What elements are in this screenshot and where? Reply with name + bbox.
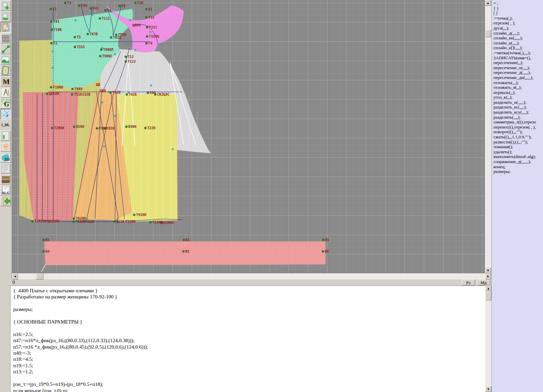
command-item[interactable]: угол_к(,,); <box>493 95 543 100</box>
point-label: Т01Н <box>106 126 114 130</box>
edge-marker <box>114 115 116 117</box>
text-doc-button[interactable] <box>0 163 11 174</box>
point-marker <box>114 221 115 222</box>
point-label: Т22Н <box>147 126 155 130</box>
command-item[interactable]: разделить_ксу(,,,,); <box>493 110 543 115</box>
point-marker <box>50 86 52 88</box>
command-item[interactable]: :=точка(,); <box>493 16 543 21</box>
letter-g-button[interactable]: G <box>0 98 11 109</box>
exit-button[interactable] <box>0 196 11 206</box>
command-item[interactable]: развести((),(),,,""); <box>493 140 543 145</box>
command-item[interactable]: перенос((),отрезок( , ), <box>493 125 543 130</box>
command-item[interactable]: отложить_в(,,); <box>493 85 543 90</box>
point-marker <box>105 9 106 11</box>
photo-button[interactable] <box>0 141 11 152</box>
editor-vertical-scrollbar[interactable]: ▲ ▼ <box>485 286 491 392</box>
point-label: Т87В <box>90 32 98 36</box>
alg-doc-button[interactable]: ALG <box>0 185 11 195</box>
editor-line: рзн_т:=(рз_19*0.5+п19)-(рз_18*0.5+п18); <box>13 381 485 387</box>
command-item[interactable]: пересечение(,,); <box>493 60 543 65</box>
blueprint-button[interactable]: 8 <box>0 109 11 119</box>
command-item[interactable]: сопряжение_д(,,,,,,); <box>493 159 543 164</box>
point-label: Т41 <box>93 6 99 10</box>
command-item[interactable]: разделить_кс(,,,,); <box>493 105 543 110</box>
scroll-thumb[interactable] <box>485 292 491 300</box>
command-item[interactable]: отрезок( , ); <box>493 21 543 26</box>
scroll-left-arrow[interactable]: ◀ <box>12 273 18 279</box>
sheet-preview-button[interactable] <box>0 22 11 33</box>
point-label: Т01 <box>53 20 59 23</box>
table-button[interactable] <box>0 131 11 141</box>
command-item[interactable]: сплайн_к[](,,,,); <box>493 45 543 51</box>
pattern-sheet-button[interactable] <box>0 65 11 76</box>
3d-button[interactable]: 3D <box>0 152 11 163</box>
scroll-down-arrow[interactable]: ▼ <box>485 268 491 273</box>
scroll-down-arrow[interactable]: ▼ <box>485 386 491 392</box>
code-editor[interactable]: { 4400 Платье с открытыми плечами }{ Раз… <box>10 286 485 392</box>
image-button[interactable] <box>0 55 11 65</box>
point-marker <box>125 56 127 58</box>
rz-button[interactable]: Рз <box>462 280 475 286</box>
point-label: Т90БП <box>103 48 113 52</box>
scroll-thumb[interactable] <box>36 273 43 279</box>
command-item[interactable]: [ ] <box>493 11 543 16</box>
command-item[interactable]: пересечение_д(,,,,,); <box>493 70 543 75</box>
drafting-tools-icon <box>1 88 11 97</box>
command-item[interactable]: дуга(,,,); <box>493 26 543 31</box>
point-marker <box>99 55 101 57</box>
command-item[interactable]: { } <box>493 6 543 11</box>
command-item[interactable]: сплайн_д(,,,,); <box>493 31 543 36</box>
point-label: В5 <box>325 238 329 242</box>
command-item[interactable]: сжать((),,,1.1,0.9,""); <box>493 135 543 140</box>
scroll-up-arrow[interactable]: ▲ <box>485 286 491 291</box>
segment-tool-button[interactable] <box>0 44 11 54</box>
edge-marker <box>108 92 110 93</box>
command-item[interactable]: удалить(); <box>493 150 543 155</box>
command-item[interactable]: = ; <box>493 1 543 6</box>
command-item[interactable]: нормаль(,,); <box>493 90 543 95</box>
command-item[interactable]: сплайн_кк(,,,,,); <box>493 36 543 41</box>
command-item[interactable]: размеры; <box>493 169 543 174</box>
command-item[interactable]: отложить(,,,); <box>493 80 543 85</box>
command-item[interactable]: поворот((),,,""); <box>493 130 543 135</box>
edge-marker <box>135 50 136 51</box>
drafting-tools-button[interactable] <box>0 87 11 98</box>
grid-button[interactable] <box>0 33 11 43</box>
books-button[interactable] <box>0 174 11 184</box>
editor-line <box>13 375 485 381</box>
command-item[interactable]: конец; <box>493 164 543 170</box>
i66-label: i_66. <box>0 120 11 130</box>
command-item[interactable]: выполнить(dmod\.alg); <box>493 154 543 159</box>
scroll-thumb[interactable] <box>485 30 491 37</box>
point-label: Т555 <box>77 45 85 49</box>
command-item[interactable]: разделить(,,,,); <box>493 115 543 120</box>
point-marker <box>146 42 147 44</box>
point-marker <box>90 7 92 9</box>
command-item[interactable]: ЗАПИСАТЬ(имя=(), <box>493 56 543 61</box>
edge-marker <box>172 149 173 150</box>
scroll-right-arrow[interactable]: ▶ <box>485 273 491 279</box>
point-marker <box>322 239 324 241</box>
command-item[interactable]: пересечение_дн(,,,,,); <box>493 75 543 80</box>
md-button[interactable]: Мд <box>477 280 490 286</box>
letter-m-button[interactable]: M <box>0 76 11 87</box>
point-marker <box>50 8 52 10</box>
command-item[interactable]: разделить_н(,,,,,); <box>493 100 543 105</box>
zoom-in-button[interactable] <box>0 0 11 11</box>
scroll-up-arrow[interactable]: ▲ <box>485 0 491 6</box>
pattern-canvas[interactable]: Т3Т1Т44Т41Т4Т6Т16Х1Т15Т01Т111ЦООНТ151Т15… <box>12 0 485 273</box>
point-label: Т111 <box>102 17 110 20</box>
image-icon <box>1 55 11 65</box>
edge-marker <box>101 102 103 103</box>
point-label: Т10Б <box>54 28 62 32</box>
command-item[interactable]: сплайн_к(,,,,); <box>493 41 543 46</box>
command-item[interactable]: пересечение_н(,,,,); <box>493 65 543 71</box>
canvas-vertical-scrollbar[interactable]: ▲ ▼ <box>485 0 491 273</box>
command-item[interactable]: ломаная(); <box>493 144 543 150</box>
point-label: Т51НН <box>76 220 86 223</box>
point-label: В4 <box>45 250 50 253</box>
command-item[interactable]: :=метка(точка(,),,,,); <box>493 51 543 56</box>
command-item[interactable]: симметрия_л((),отрезо <box>493 120 543 125</box>
zoom-out-button[interactable] <box>0 11 11 22</box>
canvas-horizontal-scrollbar[interactable]: ◀ ▶ <box>12 273 491 279</box>
